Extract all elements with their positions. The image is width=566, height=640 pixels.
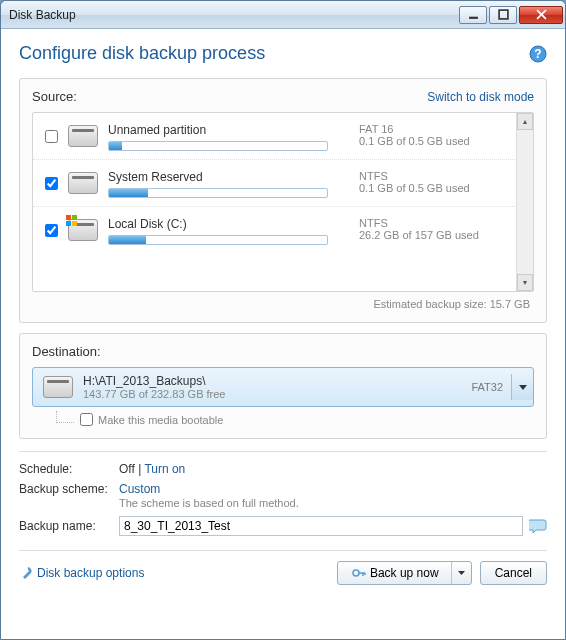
partition-name: System Reserved [108, 170, 359, 184]
cancel-button[interactable]: Cancel [480, 561, 547, 585]
partition-list: Unnamed partition FAT 16 0.1 GB of 0.5 G… [32, 112, 534, 292]
key-icon [352, 566, 366, 580]
drive-icon [43, 376, 73, 398]
partition-checkbox[interactable] [45, 224, 58, 237]
footer: Disk backup options Back up now Cancel [19, 550, 547, 585]
partition-fs: NTFS [359, 170, 509, 182]
windows-flag-icon [65, 214, 79, 228]
page-title: Configure disk backup process [19, 43, 529, 64]
destination-dropdown-button[interactable] [511, 374, 533, 400]
schedule-turn-on-link[interactable]: Turn on [144, 462, 185, 476]
partition-fs: FAT 16 [359, 123, 509, 135]
svg-rect-4 [66, 215, 71, 220]
minimize-button[interactable] [459, 6, 487, 24]
backup-now-dropdown[interactable] [451, 562, 471, 584]
partition-name: Local Disk (C:) [108, 217, 359, 231]
partition-fs: NTFS [359, 217, 509, 229]
scheme-label: Backup scheme: [19, 482, 119, 496]
settings-area: Schedule: Off | Turn on Backup scheme: C… [19, 451, 547, 542]
comment-icon[interactable] [529, 519, 547, 533]
drive-icon [68, 172, 98, 194]
svg-point-8 [353, 570, 359, 576]
destination-path: H:\ATI_2013_Backups\ [83, 374, 471, 388]
svg-rect-1 [499, 10, 508, 19]
backup-now-button[interactable]: Back up now [337, 561, 472, 585]
destination-selector[interactable]: H:\ATI_2013_Backups\ 143.77 GB of 232.83… [32, 367, 534, 407]
help-icon[interactable]: ? [529, 45, 547, 63]
close-button[interactable] [519, 6, 563, 24]
svg-text:?: ? [534, 47, 541, 61]
backup-options-link[interactable]: Disk backup options [19, 566, 144, 580]
partition-usage: 26.2 GB of 157 GB used [359, 229, 509, 241]
svg-rect-7 [72, 221, 77, 226]
estimated-size: Estimated backup size: 15.7 GB [32, 292, 534, 312]
app-window: Disk Backup Configure disk backup proces… [0, 0, 566, 640]
backup-name-label: Backup name: [19, 519, 119, 533]
scroll-down-icon[interactable]: ▾ [517, 274, 533, 291]
bootable-checkbox[interactable] [80, 413, 93, 426]
tree-connector-icon [56, 411, 74, 423]
destination-fs: FAT32 [471, 381, 503, 393]
partition-row[interactable]: Unnamed partition FAT 16 0.1 GB of 0.5 G… [33, 113, 533, 160]
partition-row[interactable]: System Reserved NTFS 0.1 GB of 0.5 GB us… [33, 160, 533, 207]
backup-name-input[interactable] [119, 516, 523, 536]
source-label: Source: [32, 89, 427, 104]
partition-checkbox[interactable] [45, 130, 58, 143]
destination-section: Destination: H:\ATI_2013_Backups\ 143.77… [19, 333, 547, 439]
partition-usage: 0.1 GB of 0.5 GB used [359, 135, 509, 147]
scrollbar[interactable]: ▴ ▾ [516, 113, 533, 291]
titlebar[interactable]: Disk Backup [1, 1, 565, 29]
svg-rect-5 [72, 215, 77, 220]
scheme-description: The scheme is based on full method. [119, 497, 299, 509]
partition-checkbox[interactable] [45, 177, 58, 190]
usage-bar [108, 235, 328, 245]
svg-rect-0 [469, 17, 478, 19]
scroll-up-icon[interactable]: ▴ [517, 113, 533, 130]
destination-free: 143.77 GB of 232.83 GB free [83, 388, 471, 400]
destination-label: Destination: [32, 344, 534, 359]
partition-name: Unnamed partition [108, 123, 359, 137]
drive-icon [68, 219, 98, 241]
window-title: Disk Backup [9, 8, 459, 22]
wrench-icon [19, 566, 33, 580]
source-section: Source: Switch to disk mode Unnamed part… [19, 78, 547, 323]
schedule-value: Off [119, 462, 135, 476]
partition-usage: 0.1 GB of 0.5 GB used [359, 182, 509, 194]
svg-rect-6 [66, 221, 71, 226]
scheme-link[interactable]: Custom [119, 482, 160, 496]
usage-bar [108, 141, 328, 151]
usage-bar [108, 188, 328, 198]
maximize-button[interactable] [489, 6, 517, 24]
bootable-label: Make this media bootable [98, 414, 223, 426]
schedule-label: Schedule: [19, 462, 119, 476]
drive-icon [68, 125, 98, 147]
switch-mode-link[interactable]: Switch to disk mode [427, 90, 534, 104]
partition-row[interactable]: Local Disk (C:) NTFS 26.2 GB of 157 GB u… [33, 207, 533, 253]
